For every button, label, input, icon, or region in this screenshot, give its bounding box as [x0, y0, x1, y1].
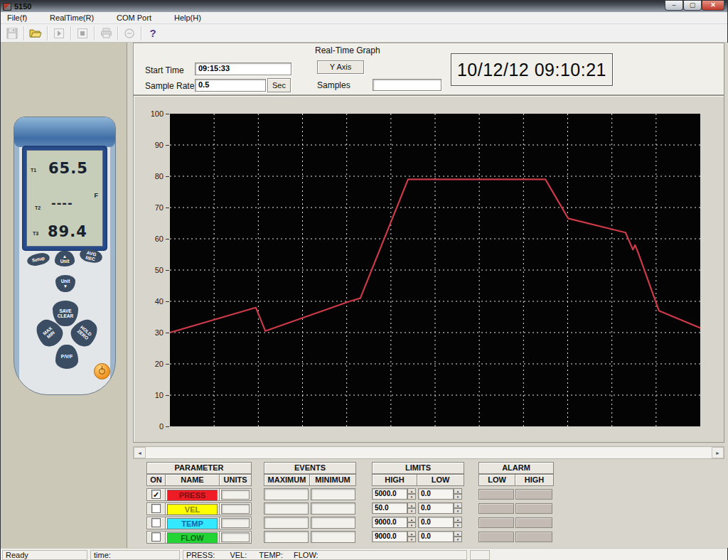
event-min-field [311, 517, 355, 529]
limit-low-field[interactable]: 0.0 [418, 531, 454, 542]
zoom-out-button[interactable] [121, 26, 138, 41]
param-name-cell: TEMP [165, 517, 220, 529]
param-flow-units-field[interactable] [221, 532, 250, 542]
status-flow-label: FLOW: [294, 551, 318, 559]
device-setup-button: Setup [26, 252, 51, 267]
start-time-field[interactable]: 09:15:33 [195, 63, 291, 75]
status-vel-label: VEL: [230, 551, 247, 559]
y-tick-mark [166, 333, 169, 333]
app-window: 5150 – ▢ ✕ File(f) RealTime(R) COM Port … [0, 0, 728, 560]
lcd-t2-label: T2 [35, 205, 41, 210]
param-temp-badge: TEMP [167, 518, 218, 529]
param-flow-checkbox[interactable] [151, 532, 161, 542]
parameter-col-units: UNITS [219, 474, 252, 486]
param-units-cell [219, 502, 252, 515]
alarm-low-indicator [478, 517, 514, 528]
limit-low-spinner[interactable]: ▴▾ [454, 502, 462, 514]
lcd-unit: F [95, 192, 99, 199]
menu-realtime[interactable]: RealTime(R) [43, 12, 100, 24]
device-lcd: T1 65.5 F T2 ---- T3 89.4 [26, 150, 103, 247]
limit-high-spinner[interactable]: ▴▾ [407, 531, 416, 542]
power-icon [99, 368, 105, 375]
limit-high-spinner[interactable]: ▴▾ [407, 488, 416, 500]
menu-file[interactable]: File(f) [1, 12, 33, 24]
y-axis-button[interactable]: Y Axis [317, 60, 364, 74]
stop-button[interactable] [74, 26, 91, 41]
event-max-field [264, 502, 309, 515]
alarm-col-high: HIGH [515, 474, 554, 486]
limits-col-low: LOW [417, 474, 464, 486]
limit-high-field[interactable]: 5000.0 [372, 488, 407, 500]
y-tick-mark [166, 426, 169, 427]
maximize-button[interactable]: ▢ [683, 1, 702, 11]
start-time-label: Start Time [145, 65, 184, 75]
samples-field[interactable] [373, 79, 441, 91]
parameter-col-name: NAME [165, 474, 220, 486]
limit-low-spinner[interactable]: ▴▾ [454, 531, 462, 542]
events-table-title: EVENTS [264, 462, 356, 474]
y-tick-mark [166, 364, 169, 365]
param-units-cell [219, 517, 252, 529]
alarm-table-title: ALARM [478, 462, 554, 474]
limit-low-field[interactable]: 0.0 [418, 517, 454, 528]
y-tick-label: 60 [139, 235, 164, 243]
limit-low-spinner[interactable]: ▴▾ [454, 517, 462, 528]
limit-high-field[interactable]: 9000.0 [372, 517, 407, 528]
limit-low-field[interactable]: 0.0 [418, 502, 454, 514]
close-button[interactable]: ✕ [702, 1, 724, 11]
status-sensors: PRESS: VEL: TEMP: FLOW: [183, 550, 467, 560]
lcd-t1-label: T1 [31, 168, 36, 173]
print-button[interactable] [97, 26, 114, 41]
y-tick-mark [166, 145, 169, 146]
menu-help[interactable]: Help(H) [168, 12, 208, 24]
sample-rate-field[interactable]: 0.5 [195, 79, 266, 92]
horizontal-scrollbar[interactable]: ◄ ► [133, 446, 724, 459]
lcd-t1-value: 65.5 [48, 160, 88, 177]
limit-high-spinner[interactable]: ▴▾ [407, 517, 416, 528]
events-col-maximum: MAXIMUM [264, 474, 310, 486]
y-tick-label: 80 [139, 172, 164, 181]
event-min-field [311, 531, 355, 543]
menu-com-port[interactable]: COM Port [110, 12, 158, 24]
toolbar: ? [1, 24, 727, 43]
alarm-high-indicator [515, 503, 552, 514]
toolbar-separator [141, 26, 141, 41]
start-button[interactable] [50, 26, 68, 41]
param-on-cell: ✓ [146, 488, 166, 501]
y-tick-label: 30 [139, 328, 164, 337]
param-temp-checkbox[interactable] [151, 518, 161, 527]
param-press-checkbox[interactable]: ✓ [151, 490, 161, 499]
scroll-left-arrow[interactable]: ◄ [134, 447, 146, 458]
limit-high-field[interactable]: 50.0 [372, 502, 407, 514]
menu-bar: File(f) RealTime(R) COM Port Help(H) [1, 12, 727, 24]
toolbar-separator [117, 26, 118, 41]
status-press-label: PRESS: [186, 551, 215, 559]
open-button[interactable] [27, 26, 44, 41]
limit-low-field[interactable]: 0.0 [418, 488, 454, 500]
samples-label: Samples [317, 80, 350, 90]
y-tick-label: 0 [139, 422, 164, 431]
alarm-low-indicator [478, 532, 514, 542]
lcd-t3-label: T3 [33, 231, 38, 236]
status-time: time: [90, 550, 180, 560]
y-tick-label: 90 [139, 141, 164, 149]
param-temp-units-field[interactable] [221, 518, 250, 528]
scroll-right-arrow[interactable]: ► [712, 447, 724, 458]
alarm-low-indicator [478, 503, 514, 514]
param-vel-checkbox[interactable] [151, 504, 161, 513]
chart-svg [170, 114, 700, 426]
sec-button[interactable]: Sec [267, 78, 291, 92]
parameter-table-title: PARAMETER [146, 462, 252, 474]
tables-area: PARAMETER ON NAME UNITS EVENTS MAXIMUM M… [130, 462, 728, 547]
limit-high-field[interactable]: 9000.0 [372, 531, 407, 542]
window-title: 5150 [14, 1, 31, 11]
minimize-button[interactable]: – [665, 1, 683, 11]
help-button[interactable]: ? [144, 26, 161, 41]
param-vel-units-field[interactable] [221, 504, 250, 514]
param-press-units-field[interactable] [221, 490, 250, 500]
limit-high-spinner[interactable]: ▴▾ [407, 502, 416, 514]
save-button[interactable] [4, 26, 21, 41]
limit-low-spinner[interactable]: ▴▾ [454, 488, 462, 500]
param-on-cell [146, 531, 166, 544]
status-ready: Ready [2, 550, 87, 560]
